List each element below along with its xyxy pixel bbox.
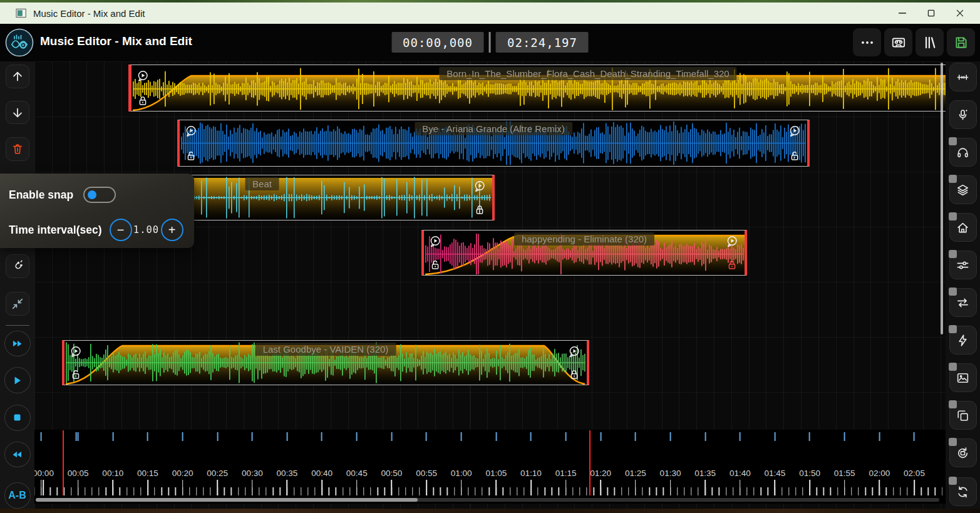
clip-lock-icon[interactable] — [567, 368, 581, 381]
audio-clip[interactable]: happyending - Eliminate (320) — [421, 230, 747, 276]
magnet-icon — [11, 259, 24, 273]
clip-play-preview-icon[interactable] — [428, 235, 442, 249]
trash-icon — [11, 142, 24, 156]
right-toolbar — [946, 61, 980, 509]
tool-badge — [949, 175, 957, 183]
move-up-button[interactable] — [6, 65, 29, 88]
swap-icon — [956, 296, 970, 310]
clip-unlock-icon[interactable] — [184, 149, 198, 163]
lock-locked-icon — [473, 203, 487, 217]
ruler-label: 01:25 — [625, 469, 646, 478]
ruler-label: 01:55 — [834, 469, 855, 478]
play-bubble-icon — [567, 345, 581, 359]
duplicate-button[interactable] — [949, 401, 977, 430]
play-button[interactable] — [4, 367, 31, 393]
app-logo — [5, 28, 34, 57]
arrow-down-icon — [11, 106, 24, 120]
ruler-label: 00:00 — [34, 469, 54, 478]
waveform-view-button[interactable] — [949, 363, 977, 392]
page-title: Music Editor - Mix and Edit — [40, 34, 192, 48]
monitor-button[interactable] — [949, 138, 977, 167]
play-bubble-icon — [184, 125, 198, 138]
clip-lock-icon[interactable] — [725, 258, 739, 272]
timeline-trim-button[interactable] — [949, 63, 977, 91]
ruler-label: 00:05 — [68, 469, 89, 478]
home-button[interactable] — [949, 213, 977, 242]
ruler-label: 00:30 — [242, 469, 263, 478]
enable-snap-toggle[interactable] — [83, 187, 116, 203]
audio-clip[interactable]: Last Goodbye - VAIDEN (320) — [62, 340, 589, 385]
clip-play-preview-icon[interactable] — [184, 125, 198, 138]
sync-button[interactable] — [949, 477, 977, 506]
delete-button[interactable] — [6, 137, 29, 161]
audio-clip[interactable]: Bye - Ariana Grande (Altre Remix) — [177, 120, 810, 167]
vertical-scrollbar-thumb[interactable] — [941, 63, 943, 334]
fast-forward-button[interactable] — [4, 331, 31, 357]
move-down-button[interactable] — [6, 101, 29, 125]
clip-play-preview-icon[interactable] — [788, 125, 802, 138]
tool-badge — [949, 400, 957, 408]
loop-marker-b[interactable] — [589, 430, 591, 495]
voice-record-button[interactable] — [949, 100, 977, 129]
library-button[interactable] — [916, 28, 944, 56]
clip-unlock-icon[interactable] — [428, 258, 442, 272]
time-divider — [489, 32, 491, 53]
minimize-button[interactable] — [888, 4, 917, 23]
app-header: Music Editor - Mix and Edit 00:00,000 02… — [0, 24, 980, 61]
ab-loop-button[interactable]: A-B — [4, 482, 31, 509]
ruler-label: 00:50 — [381, 469, 402, 478]
clip-lock-icon[interactable] — [473, 203, 487, 217]
clip-play-preview-icon[interactable] — [473, 180, 487, 194]
time-elapsed: 00:00,000 — [391, 32, 484, 53]
collapse-icon — [11, 297, 24, 311]
bolt-icon — [956, 333, 970, 348]
stop-button[interactable] — [4, 405, 31, 431]
interval-decrease-button[interactable]: − — [110, 219, 132, 241]
sliders-icon — [956, 258, 970, 272]
interval-increase-button[interactable]: + — [161, 219, 183, 241]
timeline-canvas[interactable]: Born_In_The_Slumber_Flora_Cash_Death_Str… — [34, 61, 946, 509]
horizontal-scrollbar[interactable] — [36, 498, 939, 502]
sync-icon — [956, 485, 970, 499]
more-options-button[interactable] — [853, 28, 881, 56]
clip-lock-icon[interactable] — [136, 94, 150, 108]
ruler-label: 01:15 — [555, 469, 577, 478]
maximize-button[interactable] — [917, 4, 946, 23]
mixer-button[interactable] — [949, 251, 977, 279]
close-button[interactable] — [946, 4, 974, 23]
ellipsis-icon — [859, 34, 875, 51]
ruler-label: 00:45 — [346, 469, 368, 478]
play-bubble-icon — [788, 125, 802, 138]
lock-locked-icon — [725, 258, 739, 272]
clip-play-preview-icon[interactable] — [567, 345, 581, 359]
play-bubble-icon — [428, 235, 442, 249]
time-displays: 00:00,000 02:24,197 — [391, 32, 589, 53]
trim-icon — [956, 70, 970, 85]
clip-play-preview-icon[interactable] — [725, 235, 739, 249]
ruler-label: 00:25 — [207, 469, 228, 478]
collapse-button[interactable] — [6, 292, 29, 316]
clip-play-preview-icon[interactable] — [136, 70, 150, 83]
swap-button[interactable] — [949, 288, 977, 317]
recorder-button[interactable] — [884, 28, 912, 56]
ruler-label: 01:20 — [590, 469, 611, 478]
clip-unlock-icon[interactable] — [788, 149, 802, 163]
close-icon — [953, 6, 967, 20]
horizontal-scrollbar-thumb[interactable] — [36, 498, 418, 502]
rewind-button[interactable] — [4, 442, 31, 468]
tool-badge — [949, 325, 957, 333]
layers-button[interactable] — [949, 175, 977, 204]
audio-clip[interactable]: Born_In_The_Slumber_Flora_Cash_Death_Str… — [128, 65, 946, 111]
effects-button[interactable] — [949, 326, 977, 355]
clip-play-preview-icon[interactable] — [69, 345, 83, 359]
ruler-label: 00:40 — [311, 469, 333, 478]
toggle-knob — [88, 190, 96, 199]
ruler-label: 01:30 — [660, 469, 681, 478]
replace-button[interactable] — [949, 438, 977, 467]
save-button[interactable] — [947, 28, 975, 56]
snap-button[interactable] — [6, 254, 29, 278]
lock-unlocked-icon — [69, 368, 83, 381]
loop-marker-a[interactable] — [63, 430, 64, 495]
clip-unlock-icon[interactable] — [69, 368, 83, 381]
ruler-label: 02:00 — [869, 469, 890, 478]
